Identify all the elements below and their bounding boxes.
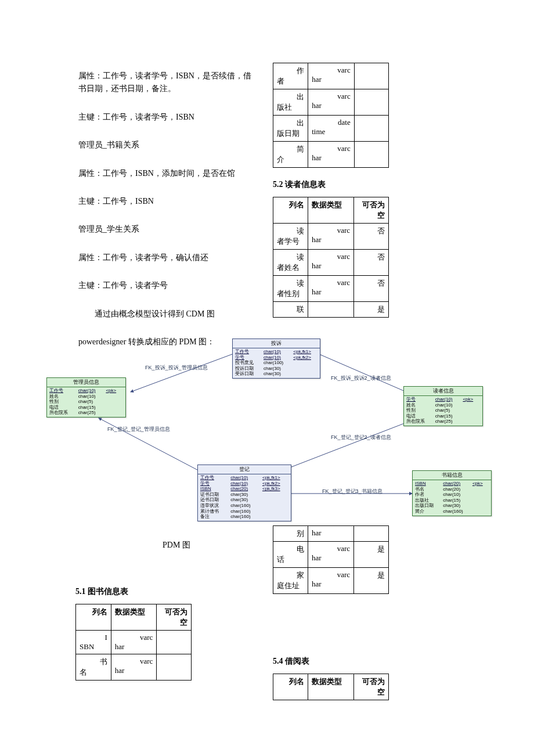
entity-key: <pk,fk1> [262, 475, 288, 481]
th-type: 数据类型 [308, 197, 353, 224]
entity-key [293, 366, 317, 372]
svg-line-3 [290, 418, 418, 467]
cell-name: 书名 [76, 654, 111, 681]
cell-type: varchar [308, 568, 353, 594]
fk-label: FK_投诉_投诉_管理员信息 [145, 364, 208, 372]
entity-key [472, 487, 489, 492]
entity-field: 电话 [406, 413, 432, 419]
th-null: 可否为空 [353, 674, 388, 700]
th-col: 列名 [76, 604, 111, 631]
fk-label: FK_登记_登记3_书籍信息 [322, 488, 383, 495]
paragraph: 属性：工作号，ISBN，添加时间，是否在馆 [78, 167, 258, 180]
entity-key [262, 492, 288, 498]
book-info-fragment-table: 作者varchar出版社varchar出版日期datetime简介varchar [273, 63, 389, 168]
entity-field: 出版社 [415, 498, 439, 503]
cell-type: varchar [308, 250, 353, 276]
entity-field: 工作号 [49, 388, 75, 394]
paragraph: 管理员_书籍关系 [78, 139, 258, 152]
reader-info-table: 列名 数据类型 可否为空 读者学号varchar否读者姓名varchar否读者性… [273, 197, 389, 318]
th-null: 可否为空 [354, 197, 389, 224]
cell-name: 电话 [273, 542, 308, 568]
entity-field: 备注 [200, 514, 227, 520]
cell-type: varchar [111, 654, 157, 681]
entity-field: 工作号 [235, 349, 260, 355]
entity-type: char(10) [230, 475, 259, 481]
entity-type: char(20) [230, 486, 259, 492]
entity-field: 作者 [415, 492, 439, 498]
paragraph: 属性：工作号，读者学号，确认借还 [78, 251, 258, 264]
cell-type: datetime [308, 116, 354, 142]
cell-null [354, 526, 389, 542]
th-col: 列名 [273, 674, 308, 700]
entity-field: 受诉日期 [235, 371, 260, 377]
cell-type: varchar [308, 276, 353, 302]
entity-key [262, 503, 288, 509]
cell-null: 否 [354, 224, 389, 250]
entity-key [106, 394, 123, 399]
section-54: 5.4 借阅表 列名 数据类型 可否为空 [273, 645, 389, 700]
cell-null [157, 654, 192, 681]
entity-key: <pk> [106, 388, 123, 394]
entity-type: char(10) [264, 349, 290, 355]
th-col: 列名 [273, 197, 308, 224]
entity-key [472, 498, 489, 503]
entity-field: 违章状况 [200, 503, 227, 509]
entity-type: char(160) [230, 514, 259, 520]
entity-key [293, 360, 317, 366]
fk-label: FK_投诉_投诉2_读者信息 [331, 375, 391, 382]
section-51: 5.1 图书信息表 列名 数据类型 可否为空 ISBNvarchar书名varc… [75, 575, 192, 681]
entity-book: 书籍信息 ISBNchar(20)<pk>书名char(20)作者char(10… [412, 470, 492, 516]
entity-type: char(5) [78, 399, 103, 405]
entity-type: char(25) [435, 419, 460, 424]
entity-type: char(30) [443, 503, 469, 509]
entity-type: char(160) [230, 503, 259, 509]
entity-key: <pk,fk2> [293, 355, 317, 361]
entity-field: 累计借书 [200, 509, 227, 514]
entity-key [463, 419, 480, 424]
entity-field: 还书日期 [200, 497, 227, 503]
table-row: 别har [273, 526, 389, 542]
entity-field: 证书日期 [200, 492, 227, 498]
entity-type: char(10) [435, 402, 460, 408]
section-title-54: 5.4 借阅表 [273, 656, 389, 667]
entity-field: ISBN [200, 486, 227, 492]
entity-key: <pk,fk2> [262, 481, 288, 487]
cell-type [308, 302, 353, 318]
paragraph: 通过由概念模型设计得到 CDM 图 [78, 308, 258, 321]
table-row: 家庭住址varchar是 [273, 568, 389, 594]
table-row: 电话varchar是 [273, 542, 389, 568]
fk-label: FK_登记_登记2_读者信息 [331, 434, 391, 441]
entity-field: 电话 [49, 405, 75, 411]
entity-key [106, 410, 123, 416]
entity-field: 工作号 [200, 475, 227, 481]
table-row: 读者学号varchar否 [273, 224, 389, 250]
entity-type: char(30) [230, 497, 259, 503]
borrow-table: 列名 数据类型 可否为空 [273, 674, 389, 700]
cell-name: ISBN [76, 631, 111, 654]
book-info-table: 列名 数据类型 可否为空 ISBNvarchar书名varchar [75, 604, 192, 681]
entity-key [262, 514, 288, 520]
table-row: 简介varchar [273, 142, 389, 168]
cell-null: 否 [354, 276, 389, 302]
table-row: 出版日期datetime [273, 116, 389, 142]
entity-key [262, 509, 288, 514]
entity-type: char(20) [443, 487, 469, 492]
cell-null [354, 116, 388, 142]
entity-type: char(10) [435, 397, 460, 402]
entity-field: 学号 [235, 355, 260, 361]
entity-field: 简介 [415, 509, 439, 514]
entity-type: char(15) [443, 498, 469, 503]
entity-type: char(10) [78, 394, 103, 399]
cell-name: 读者学号 [273, 224, 308, 250]
entity-key [472, 492, 489, 498]
entity-key [106, 405, 123, 411]
entity-type: char(10) [78, 388, 103, 394]
table-row: 联是 [273, 302, 389, 318]
entity-type: char(10) [264, 355, 290, 361]
cell-type: varchar [111, 631, 157, 654]
entity-register: 登记 工作号char(10)<pk,fk1>学号char(10)<pk,fk2>… [197, 465, 291, 521]
entity-type: char(30) [230, 492, 259, 498]
cell-type: varchar [308, 63, 354, 89]
cell-name: 出版社 [273, 89, 308, 116]
th-type: 数据类型 [111, 604, 157, 631]
